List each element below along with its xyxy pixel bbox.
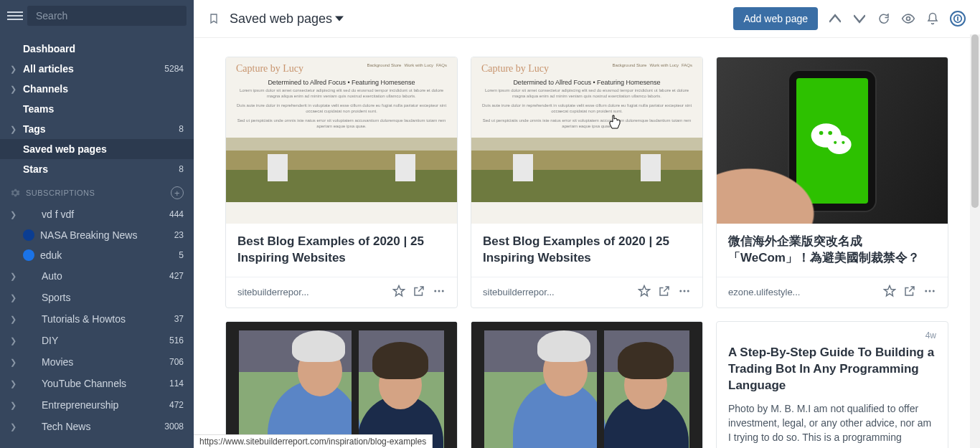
sub-item-entrepreneurship[interactable]: ❯Entrepreneurship472	[0, 394, 194, 416]
sidebar-item-dashboard[interactable]: ❯ Dashboard	[0, 39, 194, 59]
card[interactable]: 4w 微信海外企業版突改名成「WeCom」！為避美國制裁禁令？ ezone.ul…	[716, 57, 948, 308]
sub-item-sports[interactable]: ❯Sports	[0, 287, 194, 308]
chevron-right-icon: ❯	[10, 401, 17, 410]
chevron-down-icon	[335, 14, 344, 23]
main-content: Saved web pages Add web page Capture by …	[194, 0, 980, 448]
card-title: 微信海外企業版突改名成「WeCom」！為避美國制裁禁令？	[717, 224, 948, 277]
sub-item-nasa-breaking-news[interactable]: NASA Breaking News23	[0, 225, 194, 245]
card[interactable]: Capture by LucyBackground StoreWork with…	[225, 57, 458, 308]
chevron-right-icon: ❯	[10, 422, 17, 432]
card[interactable]: 4w A Step-By-Step Guide To Building a Tr…	[716, 321, 948, 448]
chevron-right-icon: ❯	[10, 358, 17, 367]
chevron-right-icon: ❯	[10, 293, 17, 302]
svg-point-2	[434, 290, 436, 292]
star-icon[interactable]	[638, 285, 651, 300]
add-web-page-button[interactable]: Add web page	[733, 7, 818, 30]
card-thumbnail: 4w	[717, 57, 948, 224]
svg-point-16	[933, 290, 935, 292]
sub-item-vd-f-vdf[interactable]: ❯vd f vdf444	[0, 204, 194, 225]
sidebar-item-saved-web-pages[interactable]: ❯ Saved web pages	[0, 139, 194, 159]
sub-item-diy[interactable]: ❯DIY516	[0, 330, 194, 351]
chevron-right-icon: ❯	[10, 85, 17, 94]
bell-icon[interactable]	[925, 11, 940, 26]
card[interactable]: 4w	[471, 321, 703, 448]
sub-item-youtube-channels[interactable]: ❯YouTube Channels114	[0, 373, 194, 394]
add-subscription-button[interactable]: +	[171, 186, 184, 199]
subscriptions-header: SUBSCRIPTIONS	[26, 189, 171, 197]
card-title: Best Blog Examples of 2020 | 25 Inspirin…	[226, 224, 457, 277]
scrollbar-thumb[interactable]	[971, 34, 979, 208]
card-title: A Step-By-Step Guide To Building a Tradi…	[728, 340, 936, 401]
svg-point-7	[687, 290, 689, 292]
refresh-icon[interactable]	[877, 11, 891, 26]
gear-icon	[10, 188, 20, 198]
chevron-right-icon: ❯	[10, 210, 17, 219]
sub-item-tech-news[interactable]: ❯Tech News3008	[0, 416, 194, 437]
svg-point-5	[679, 290, 682, 292]
sidebar-item-all-articles[interactable]: ❯ All articles 5284	[0, 59, 194, 79]
app-logo[interactable]	[950, 11, 966, 27]
sidebar: ❯ Dashboard ❯ All articles 5284❯ Channel…	[0, 0, 194, 448]
status-bar: https://www.sitebuilderreport.com/inspir…	[194, 434, 433, 448]
external-link-icon[interactable]	[658, 285, 671, 300]
chevron-right-icon: ❯	[10, 315, 17, 324]
sub-item-tutorials-howtos[interactable]: ❯Tutorials & Howtos37	[0, 308, 194, 330]
page-title[interactable]: Saved web pages	[230, 11, 344, 27]
hamburger-menu[interactable]	[7, 8, 23, 24]
star-icon[interactable]	[883, 285, 896, 300]
external-link-icon[interactable]	[413, 285, 425, 300]
feed-favicon	[23, 249, 34, 261]
card-excerpt: Photo by M. B. M.I am not qualified to o…	[728, 401, 936, 445]
card-title: Best Blog Examples of 2020 | 25 Inspirin…	[471, 224, 702, 277]
sidebar-item-teams[interactable]: ❯ Teams	[0, 99, 194, 119]
card-source: sitebuilderrepor...	[483, 287, 631, 297]
search-input[interactable]	[27, 6, 187, 26]
svg-point-0	[907, 17, 910, 21]
sidebar-item-channels[interactable]: ❯ Channels	[0, 79, 194, 99]
svg-point-15	[929, 290, 931, 292]
scrollbar[interactable]	[970, 34, 980, 448]
chevron-right-icon: ❯	[10, 65, 17, 74]
chevron-right-icon: ❯	[10, 379, 17, 389]
card-thumbnail: Capture by LucyBackground StoreWork with…	[226, 57, 457, 224]
sub-item-movies[interactable]: ❯Movies706	[0, 351, 194, 373]
sub-item-auto[interactable]: ❯Auto427	[0, 265, 194, 287]
sidebar-item-tags[interactable]: ❯ Tags 8	[0, 119, 194, 139]
more-icon[interactable]	[678, 285, 691, 300]
svg-point-3	[438, 290, 440, 292]
card-source: ezone.ulifestyle...	[728, 287, 876, 297]
card[interactable]: Capture by LucyBackground StoreWork with…	[471, 57, 703, 308]
chevron-right-icon: ❯	[10, 125, 17, 134]
more-icon[interactable]	[433, 285, 446, 300]
card-source: sitebuilderrepor...	[237, 287, 385, 297]
svg-point-4	[442, 290, 444, 292]
feed-favicon	[23, 229, 34, 241]
card-thumbnail: Capture by LucyBackground StoreWork with…	[471, 57, 702, 224]
chevron-right-icon: ❯	[10, 272, 17, 281]
star-icon[interactable]	[392, 285, 405, 300]
card-thumbnail: 4w	[226, 322, 457, 448]
topbar: Saved web pages Add web page	[194, 0, 980, 38]
eye-icon[interactable]	[901, 11, 915, 26]
sidebar-item-stars[interactable]: ❯ Stars 8	[0, 159, 194, 179]
prev-icon[interactable]	[828, 11, 842, 26]
svg-point-14	[925, 290, 927, 292]
chevron-right-icon: ❯	[10, 336, 17, 345]
card-thumbnail: 4w	[471, 322, 702, 448]
external-link-icon[interactable]	[903, 285, 916, 300]
sub-item-eduk[interactable]: eduk5	[0, 245, 194, 265]
bookmark-icon	[208, 11, 220, 26]
card[interactable]: 4w	[225, 321, 458, 448]
svg-point-6	[684, 290, 686, 292]
more-icon[interactable]	[923, 285, 936, 300]
next-icon[interactable]	[852, 11, 867, 26]
